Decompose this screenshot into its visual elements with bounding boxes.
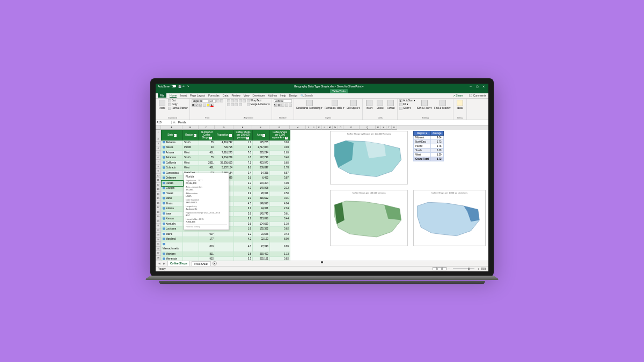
cell[interactable]: 27,336	[253, 242, 270, 252]
cell[interactable]: Florida	[162, 181, 183, 186]
clear-button[interactable]: Clear ▾	[399, 107, 415, 110]
sheet-tab-coffee-shops[interactable]: Coffee Shops	[167, 261, 190, 266]
autosave-toggle[interactable]	[171, 85, 176, 87]
row-header[interactable]: 13	[156, 187, 161, 192]
col-header-T[interactable]: T	[386, 125, 392, 130]
cell[interactable]: West	[183, 166, 199, 171]
increase-font-icon[interactable]	[216, 99, 219, 102]
cell[interactable]: 3.3	[234, 206, 253, 212]
col-header-S[interactable]: S	[381, 125, 386, 130]
cell[interactable]: 6.65	[270, 160, 290, 166]
cell[interactable]: 28,311	[253, 191, 270, 196]
cell[interactable]: Hawaii	[162, 191, 183, 196]
redo-icon[interactable]: ↷	[187, 85, 190, 88]
sort-filter-button[interactable]: Sort & Filter ▾	[416, 99, 433, 110]
col-header-F[interactable]: F	[252, 125, 269, 130]
map-chart-region[interactable]: Coffee Shops by Region per 100,000 Perso…	[330, 131, 408, 184]
cell[interactable]	[215, 252, 234, 257]
font-family-combo[interactable]: Segoe UI	[192, 99, 209, 103]
cell[interactable]: 94,321	[253, 206, 270, 212]
cell[interactable]: 55	[199, 156, 215, 161]
sheet-nav-next[interactable]: ▶	[163, 262, 166, 265]
row-header[interactable]: 12	[156, 183, 161, 188]
tab-review[interactable]: Review	[231, 94, 240, 97]
cell[interactable]: Iowa	[162, 211, 183, 217]
map-chart-persons[interactable]: Coffee Shops per 100,000 persons	[330, 190, 408, 246]
cell[interactable]: 213,096	[253, 217, 270, 222]
cell[interactable]: 6,452	[253, 176, 270, 181]
cell[interactable]: 149,998	[253, 201, 270, 206]
font-size-combo[interactable]: 14	[209, 99, 216, 103]
cell-styles-button[interactable]: Cell Styles ▾	[346, 99, 361, 110]
cell[interactable]: Massachusetts	[162, 242, 183, 252]
cell[interactable]: 91,646	[253, 232, 270, 237]
cell[interactable]: 4.04	[270, 201, 290, 206]
comments-button[interactable]: 💬 Comments	[469, 94, 486, 97]
row-header[interactable]: 1	[156, 130, 161, 137]
row-header[interactable]: 5	[156, 151, 161, 156]
file-tab[interactable]: File	[158, 93, 166, 98]
cell[interactable]: Alabama	[162, 140, 183, 145]
table-row[interactable]: Maryland1774.232,1338.00	[162, 237, 290, 242]
cell[interactable]: 7.0	[234, 150, 253, 156]
number-format-combo[interactable]: General	[274, 99, 292, 103]
cell[interactable]: 461	[199, 150, 215, 156]
col-header-K[interactable]: K	[317, 125, 322, 130]
table-row[interactable]: CaliforniaWest282139,536,6537.1423,9706.…	[162, 160, 290, 166]
currency-icon[interactable]: $	[274, 104, 277, 107]
filter-button[interactable]: ▾	[262, 134, 265, 137]
table-row[interactable]: ColoradoWest4815,607,1548.6269,8371.78	[162, 166, 290, 171]
cell[interactable]: 1.7	[234, 140, 253, 145]
cell[interactable]: 6.6	[234, 145, 253, 151]
row-header[interactable]: 25	[156, 242, 161, 247]
row-header[interactable]: 28	[156, 256, 161, 261]
cell[interactable]: 2.8	[234, 211, 253, 217]
cell[interactable]: 8.6	[234, 166, 253, 171]
decrease-font-icon[interactable]	[220, 99, 223, 102]
select-all-corner[interactable]	[156, 125, 161, 130]
find-select-button[interactable]: Find & Select ▾	[434, 99, 451, 110]
cell[interactable]: 6.9	[234, 191, 253, 196]
font-color-icon[interactable]: A	[210, 104, 214, 107]
row-header[interactable]: 19	[156, 215, 161, 219]
merge-center-button[interactable]: Merge & Center ▾	[247, 103, 270, 106]
format-as-table-button[interactable]: Format as Table ▾	[324, 99, 345, 110]
row-header[interactable]: 7	[156, 160, 161, 165]
cell[interactable]: 1.8	[234, 227, 253, 232]
cell[interactable]: 32,133	[253, 237, 270, 242]
cell[interactable]: Arkansas	[162, 156, 183, 161]
undo-icon[interactable]: ↶	[182, 85, 186, 88]
col-header-M[interactable]: M	[327, 125, 333, 130]
decrease-indent-icon[interactable]	[239, 99, 242, 102]
col-header-O[interactable]: O	[338, 125, 343, 130]
row-header[interactable]: 2	[156, 137, 161, 142]
share-button[interactable]: ↗ Share	[453, 94, 463, 97]
delete-cells-button[interactable]: Delete	[375, 99, 385, 110]
cell[interactable]	[215, 232, 234, 237]
row-header[interactable]: 4	[156, 146, 161, 151]
maximize-button[interactable]: ▢	[474, 84, 480, 88]
align-mid-icon[interactable]	[231, 99, 234, 102]
cell[interactable]: 0.61	[270, 211, 290, 217]
comma-icon[interactable]: ,	[281, 104, 284, 107]
summary-row[interactable]: South2.69	[414, 148, 444, 152]
cell[interactable]: Delaware	[162, 176, 183, 181]
row-header[interactable]: 18	[156, 210, 161, 215]
cell[interactable]: 1.10	[270, 221, 290, 227]
autosum-button[interactable]: ΣAutoSum ▾	[399, 99, 415, 102]
cell[interactable]: 0.03	[270, 145, 290, 151]
row-header[interactable]: 22	[156, 228, 161, 233]
filter-button[interactable]: ▾	[285, 137, 288, 139]
align-bottom-icon[interactable]	[235, 99, 238, 102]
save-icon[interactable]: 💾	[178, 85, 181, 88]
copy-button[interactable]: Copy	[168, 103, 188, 106]
cell[interactable]: 907	[199, 232, 215, 237]
cell[interactable]: 3.9	[234, 196, 253, 202]
percent-icon[interactable]: %	[277, 104, 281, 107]
cell[interactable]: Idaho	[162, 196, 183, 202]
table-row[interactable]: Massachusetts8194.027,3369.99	[162, 242, 290, 252]
cell[interactable]: 1.8	[234, 156, 253, 161]
cell[interactable]: Michigan	[162, 252, 183, 257]
align-right-icon[interactable]	[235, 103, 238, 106]
table-header[interactable]: Number of Coffee Shops▾	[199, 130, 215, 140]
